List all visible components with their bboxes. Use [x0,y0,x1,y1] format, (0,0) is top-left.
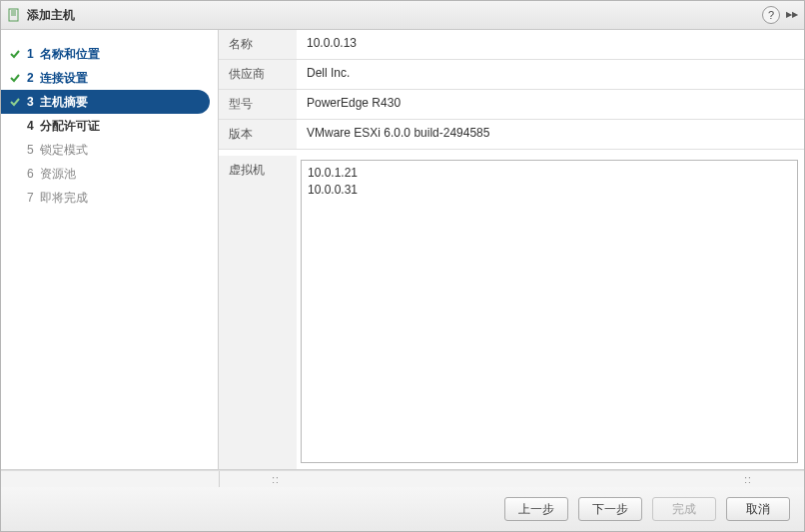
wizard-step-3[interactable]: 3主机摘要 [1,90,210,114]
label-vendor: 供应商 [219,60,297,90]
row-model: 型号 PowerEdge R430 [219,90,804,120]
step-label: 即将完成 [40,190,88,207]
check-icon [9,72,21,84]
value-version: VMware ESXi 6.0.0 build-2494585 [297,120,804,150]
row-vendor: 供应商 Dell Inc. [219,60,804,90]
step-number: 3 [27,95,34,109]
collapse-icon[interactable]: ▶▶ [786,11,798,19]
summary-panel: 名称 10.0.0.13 供应商 Dell Inc. 型号 PowerEdge … [219,30,804,469]
vm-list[interactable]: 10.0.1.2110.0.0.31 [301,160,798,463]
splitter-handle[interactable]: :: [220,471,332,487]
wizard-step-2[interactable]: 2连接设置 [1,66,218,90]
wizard-step-4: 4分配许可证 [1,114,218,138]
back-button[interactable]: 上一步 [504,497,568,521]
step-label: 分配许可证 [40,118,100,135]
step-label: 名称和位置 [40,46,100,63]
step-label: 连接设置 [40,70,88,87]
label-version: 版本 [219,120,297,150]
check-icon [9,96,21,108]
value-name: 10.0.0.13 [297,30,804,60]
value-vendor: Dell Inc. [297,60,804,90]
row-version: 版本 VMware ESXi 6.0.0 build-2494585 [219,120,804,150]
step-number: 6 [27,167,34,181]
summary-table: 名称 10.0.0.13 供应商 Dell Inc. 型号 PowerEdge … [219,30,804,150]
step-label: 锁定模式 [40,142,88,159]
check-icon [9,48,21,60]
finish-button: 完成 [652,497,716,521]
add-host-dialog: 添加主机 ? ▶▶ 1名称和位置2连接设置3主机摘要4分配许可证5锁定模式6资源… [0,0,805,532]
splitter-row: :: :: [1,470,804,487]
footer: 上一步 下一步 完成 取消 [1,487,804,531]
cancel-button[interactable]: 取消 [726,497,790,521]
host-icon [7,8,21,22]
wizard-step-5: 5锁定模式 [1,138,218,162]
list-item: 10.0.0.31 [308,182,791,199]
dialog-title: 添加主机 [27,7,762,24]
list-item: 10.0.1.21 [308,165,791,182]
label-vms: 虚拟机 [219,156,297,469]
dialog-body: 1名称和位置2连接设置3主机摘要4分配许可证5锁定模式6资源池7即将完成 名称 … [1,30,804,531]
wizard-step-1[interactable]: 1名称和位置 [1,42,218,66]
value-model: PowerEdge R430 [297,90,804,120]
row-name: 名称 10.0.0.13 [219,30,804,60]
wizard-steps: 1名称和位置2连接设置3主机摘要4分配许可证5锁定模式6资源池7即将完成 [1,30,219,469]
step-number: 4 [27,119,34,133]
splitter-handle-right[interactable]: :: [692,471,804,487]
label-model: 型号 [219,90,297,120]
step-label: 主机摘要 [40,94,88,111]
vm-section: 虚拟机 10.0.1.2110.0.0.31 [219,150,804,469]
wizard-step-6: 6资源池 [1,162,218,186]
label-name: 名称 [219,30,297,60]
wizard-step-7: 7即将完成 [1,186,218,210]
step-number: 1 [27,47,34,61]
step-number: 2 [27,71,34,85]
step-number: 7 [27,191,34,205]
titlebar: 添加主机 ? ▶▶ [1,1,804,30]
step-number: 5 [27,143,34,157]
step-label: 资源池 [40,166,76,183]
next-button[interactable]: 下一步 [578,497,642,521]
help-icon[interactable]: ? [762,6,780,24]
